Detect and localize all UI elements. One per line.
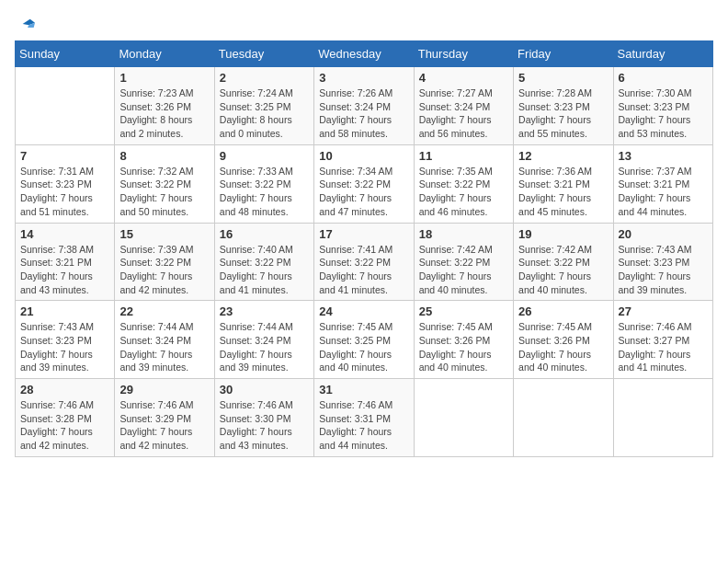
day-info: Sunrise: 7:32 AM Sunset: 3:22 PM Dayligh… [119,165,209,219]
header-day: Monday [115,41,214,67]
calendar-week-row: 1Sunrise: 7:23 AM Sunset: 3:26 PM Daylig… [16,67,713,145]
day-info: Sunrise: 7:41 AM Sunset: 3:22 PM Dayligh… [319,243,408,297]
header-day: Friday [514,41,613,67]
calendar-cell: 14Sunrise: 7:38 AM Sunset: 3:21 PM Dayli… [16,223,115,301]
day-number: 9 [220,149,309,163]
day-number: 14 [20,227,109,241]
day-number: 27 [619,304,708,318]
day-info: Sunrise: 7:31 AM Sunset: 3:23 PM Dayligh… [20,165,109,219]
day-number: 25 [419,304,508,318]
calendar-cell: 30Sunrise: 7:46 AM Sunset: 3:30 PM Dayli… [214,379,313,457]
calendar-cell: 17Sunrise: 7:41 AM Sunset: 3:22 PM Dayli… [314,223,414,301]
day-info: Sunrise: 7:46 AM Sunset: 3:30 PM Dayligh… [220,398,309,453]
calendar-cell [414,379,513,457]
day-number: 3 [319,71,408,85]
day-number: 1 [119,71,209,85]
calendar-cell [16,67,115,145]
day-number: 31 [319,383,408,396]
day-number: 15 [119,227,209,241]
calendar-cell: 1Sunrise: 7:23 AM Sunset: 3:26 PM Daylig… [115,67,214,145]
header-day: Saturday [613,41,712,67]
day-number: 30 [220,383,309,396]
day-number: 7 [20,149,109,163]
day-info: Sunrise: 7:43 AM Sunset: 3:23 PM Dayligh… [619,243,708,297]
calendar-cell: 9Sunrise: 7:33 AM Sunset: 3:22 PM Daylig… [214,144,313,223]
calendar-cell: 24Sunrise: 7:45 AM Sunset: 3:25 PM Dayli… [314,301,414,379]
day-info: Sunrise: 7:45 AM Sunset: 3:26 PM Dayligh… [419,320,508,374]
day-number: 10 [319,149,408,163]
day-info: Sunrise: 7:38 AM Sunset: 3:21 PM Dayligh… [20,243,109,297]
header-day: Sunday [16,41,115,67]
calendar-cell: 10Sunrise: 7:34 AM Sunset: 3:22 PM Dayli… [314,144,414,223]
day-number: 19 [518,227,608,241]
calendar-cell: 19Sunrise: 7:42 AM Sunset: 3:22 PM Dayli… [514,223,613,301]
day-info: Sunrise: 7:39 AM Sunset: 3:22 PM Dayligh… [119,243,209,297]
calendar-cell: 15Sunrise: 7:39 AM Sunset: 3:22 PM Dayli… [115,223,214,301]
calendar-week-row: 7Sunrise: 7:31 AM Sunset: 3:23 PM Daylig… [16,144,713,223]
calendar-cell [613,379,712,457]
day-number: 26 [518,304,608,318]
day-info: Sunrise: 7:46 AM Sunset: 3:29 PM Dayligh… [119,398,209,453]
calendar-cell: 7Sunrise: 7:31 AM Sunset: 3:23 PM Daylig… [16,144,115,223]
header-day: Thursday [414,41,513,67]
logo [15,15,35,33]
day-number: 13 [619,149,708,163]
day-number: 6 [619,71,708,85]
day-info: Sunrise: 7:43 AM Sunset: 3:23 PM Dayligh… [20,320,109,374]
calendar-cell: 18Sunrise: 7:42 AM Sunset: 3:22 PM Dayli… [414,223,513,301]
day-number: 23 [220,304,309,318]
day-info: Sunrise: 7:37 AM Sunset: 3:21 PM Dayligh… [619,165,708,219]
day-number: 24 [319,304,408,318]
page-header [15,15,713,33]
day-number: 29 [119,383,209,396]
header-day: Wednesday [314,41,414,67]
day-info: Sunrise: 7:34 AM Sunset: 3:22 PM Dayligh… [319,165,408,219]
day-info: Sunrise: 7:46 AM Sunset: 3:28 PM Dayligh… [20,398,109,453]
calendar-cell: 12Sunrise: 7:36 AM Sunset: 3:21 PM Dayli… [514,144,613,223]
calendar-cell: 20Sunrise: 7:43 AM Sunset: 3:23 PM Dayli… [613,223,712,301]
day-number: 18 [419,227,508,241]
day-number: 4 [419,71,508,85]
calendar-cell: 21Sunrise: 7:43 AM Sunset: 3:23 PM Dayli… [16,301,115,379]
calendar-cell: 6Sunrise: 7:30 AM Sunset: 3:23 PM Daylig… [613,67,712,145]
calendar-cell: 27Sunrise: 7:46 AM Sunset: 3:27 PM Dayli… [613,301,712,379]
day-info: Sunrise: 7:36 AM Sunset: 3:21 PM Dayligh… [518,165,608,219]
day-info: Sunrise: 7:40 AM Sunset: 3:22 PM Dayligh… [220,243,309,297]
calendar-cell: 8Sunrise: 7:32 AM Sunset: 3:22 PM Daylig… [115,144,214,223]
day-info: Sunrise: 7:26 AM Sunset: 3:24 PM Dayligh… [319,86,408,141]
calendar-cell: 22Sunrise: 7:44 AM Sunset: 3:24 PM Dayli… [115,301,214,379]
calendar-cell: 13Sunrise: 7:37 AM Sunset: 3:21 PM Dayli… [613,144,712,223]
calendar-cell: 23Sunrise: 7:44 AM Sunset: 3:24 PM Dayli… [214,301,313,379]
calendar-week-row: 21Sunrise: 7:43 AM Sunset: 3:23 PM Dayli… [16,301,713,379]
calendar-table: SundayMondayTuesdayWednesdayThursdayFrid… [15,40,713,457]
day-info: Sunrise: 7:33 AM Sunset: 3:22 PM Dayligh… [220,165,309,219]
day-info: Sunrise: 7:42 AM Sunset: 3:22 PM Dayligh… [419,243,508,297]
day-info: Sunrise: 7:28 AM Sunset: 3:23 PM Dayligh… [518,86,608,141]
day-info: Sunrise: 7:24 AM Sunset: 3:25 PM Dayligh… [220,86,309,141]
logo-bird-icon [17,15,35,33]
day-number: 28 [20,383,109,396]
day-info: Sunrise: 7:45 AM Sunset: 3:26 PM Dayligh… [518,320,608,374]
header-day: Tuesday [214,41,313,67]
day-info: Sunrise: 7:44 AM Sunset: 3:24 PM Dayligh… [119,320,209,374]
calendar-week-row: 14Sunrise: 7:38 AM Sunset: 3:21 PM Dayli… [16,223,713,301]
day-info: Sunrise: 7:46 AM Sunset: 3:31 PM Dayligh… [319,398,408,453]
day-info: Sunrise: 7:45 AM Sunset: 3:25 PM Dayligh… [319,320,408,374]
header-row: SundayMondayTuesdayWednesdayThursdayFrid… [16,41,713,67]
day-info: Sunrise: 7:46 AM Sunset: 3:27 PM Dayligh… [619,320,708,374]
calendar-cell: 3Sunrise: 7:26 AM Sunset: 3:24 PM Daylig… [314,67,414,145]
calendar-cell: 31Sunrise: 7:46 AM Sunset: 3:31 PM Dayli… [314,379,414,457]
day-number: 5 [518,71,608,85]
day-number: 8 [119,149,209,163]
day-number: 16 [220,227,309,241]
calendar-cell: 28Sunrise: 7:46 AM Sunset: 3:28 PM Dayli… [16,379,115,457]
calendar-week-row: 28Sunrise: 7:46 AM Sunset: 3:28 PM Dayli… [16,379,713,457]
day-info: Sunrise: 7:27 AM Sunset: 3:24 PM Dayligh… [419,86,508,141]
day-info: Sunrise: 7:23 AM Sunset: 3:26 PM Dayligh… [119,86,209,141]
day-info: Sunrise: 7:35 AM Sunset: 3:22 PM Dayligh… [419,165,508,219]
calendar-cell: 11Sunrise: 7:35 AM Sunset: 3:22 PM Dayli… [414,144,513,223]
day-number: 12 [518,149,608,163]
day-number: 22 [119,304,209,318]
calendar-cell: 16Sunrise: 7:40 AM Sunset: 3:22 PM Dayli… [214,223,313,301]
calendar-cell: 5Sunrise: 7:28 AM Sunset: 3:23 PM Daylig… [514,67,613,145]
